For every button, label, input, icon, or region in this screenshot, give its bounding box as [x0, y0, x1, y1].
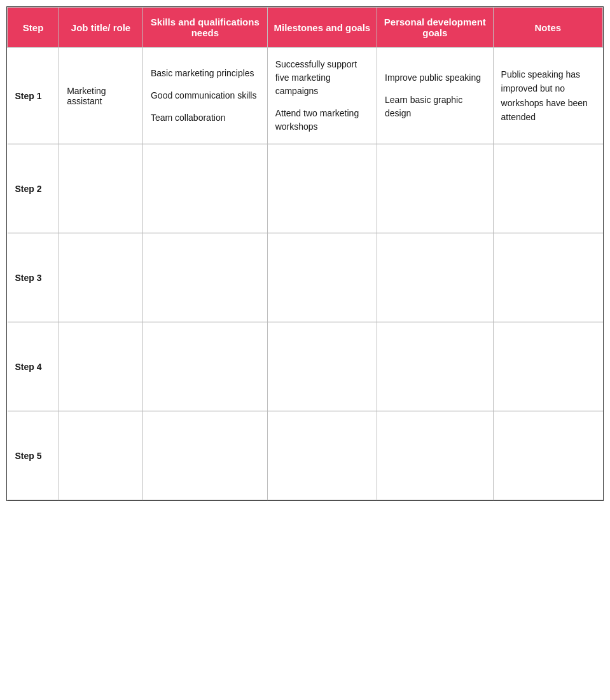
milestones-cell [267, 411, 377, 500]
skills-cell [142, 411, 267, 500]
personal-goal-item: Improve public speaking [385, 71, 485, 85]
table-row: Step 3 [8, 233, 603, 322]
personal-goals-cell [377, 144, 494, 233]
header-skills: Skills and qualifications needs [142, 8, 267, 48]
notes-cell [493, 233, 602, 322]
step-label: Step 4 [8, 322, 59, 411]
notes-cell [493, 411, 602, 500]
step-label: Step 1 [8, 48, 59, 144]
job-title-cell [59, 144, 143, 233]
milestones-cell [267, 233, 377, 322]
table-row: Step 5 [8, 411, 603, 500]
job-title-cell [59, 233, 143, 322]
step-label: Step 3 [8, 233, 59, 322]
table-row: Step 2 [8, 144, 603, 233]
header-step: Step [8, 8, 59, 48]
notes-cell [493, 322, 602, 411]
step-label: Step 2 [8, 144, 59, 233]
table-header-row: Step Job title/ role Skills and qualific… [8, 8, 603, 48]
career-progression-table: Step Job title/ role Skills and qualific… [6, 6, 604, 501]
milestones-cell: Successfully support five marketing camp… [267, 48, 377, 144]
header-job-title: Job title/ role [59, 8, 143, 48]
skills-cell: Basic marketing principlesGood communica… [142, 48, 267, 144]
header-personal-goals: Personal development goals [377, 8, 494, 48]
skill-item: Good communication skills [151, 89, 260, 102]
skills-cell [142, 233, 267, 322]
table-row: Step 1Marketing assistantBasic marketing… [8, 48, 603, 144]
skill-item: Team collaboration [151, 111, 260, 125]
milestones-cell [267, 144, 377, 233]
personal-goals-cell [377, 233, 494, 322]
milestone-item: Attend two marketing workshops [275, 107, 369, 134]
notes-cell [493, 144, 602, 233]
skill-item: Basic marketing principles [151, 67, 260, 80]
personal-goals-cell [377, 411, 494, 500]
milestone-item: Successfully support five marketing camp… [275, 58, 369, 98]
step-label: Step 5 [8, 411, 59, 500]
job-title-cell: Marketing assistant [59, 48, 143, 144]
notes-cell: Public speaking has improved but no work… [493, 48, 602, 144]
header-milestones: Milestones and goals [267, 8, 377, 48]
header-notes: Notes [493, 8, 602, 48]
milestones-cell [267, 322, 377, 411]
personal-goal-item: Learn basic graphic design [385, 93, 485, 120]
job-title-cell [59, 411, 143, 500]
skills-cell [142, 144, 267, 233]
table-row: Step 4 [8, 322, 603, 411]
personal-goals-cell: Improve public speakingLearn basic graph… [377, 48, 494, 144]
job-title-cell [59, 322, 143, 411]
skills-cell [142, 322, 267, 411]
personal-goals-cell [377, 322, 494, 411]
